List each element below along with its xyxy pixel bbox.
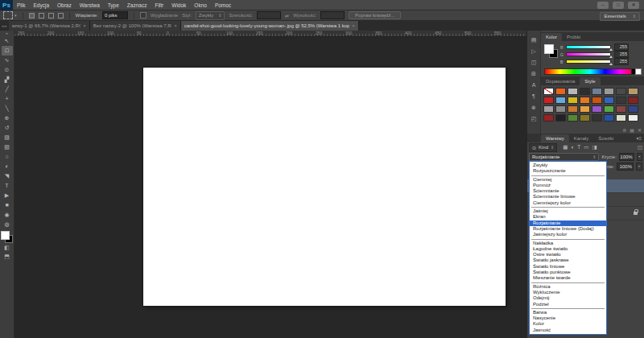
blend-mode-option[interactable]: Wykluczenie <box>530 290 606 295</box>
new-selection-mode-button[interactable] <box>29 13 35 19</box>
info-panel-icon[interactable]: ⊞ <box>531 70 536 77</box>
clone-stamp-tool[interactable]: ⊕ <box>2 113 13 123</box>
document-canvas[interactable] <box>143 68 506 306</box>
tab-scroll-icon[interactable]: «» <box>0 21 9 31</box>
brush-tool[interactable]: ╲ <box>2 104 13 113</box>
color-spectrum-ramp[interactable] <box>544 68 636 75</box>
history-brush-tool[interactable]: ↺ <box>2 123 13 133</box>
gradient-tool[interactable]: ▧ <box>2 142 13 152</box>
color-panel-tab[interactable]: Próbki <box>562 33 585 41</box>
type-filter-icon[interactable]: T <box>577 144 580 150</box>
blend-mode-option[interactable]: Światło jaskrawe <box>530 258 606 263</box>
add-selection-mode-button[interactable] <box>39 13 44 19</box>
width-input[interactable] <box>257 11 281 19</box>
foreground-background-swatches[interactable] <box>1 231 13 243</box>
minimize-button[interactable]: – <box>597 2 609 9</box>
quick-selection-tool[interactable]: ⊙ <box>2 65 13 75</box>
layers-panel-tab[interactable]: Warstwy <box>541 134 569 142</box>
blend-mode-select[interactable]: Rozjaśnianie ⇕ <box>529 153 599 161</box>
close-tab-icon[interactable]: × <box>352 23 355 28</box>
style-swatch[interactable] <box>555 88 566 95</box>
document-tab-2[interactable]: Bez nazwy-2 @ 100% (Warstwa 7,RGB/8) *× <box>90 21 181 31</box>
paragraph-panel-icon[interactable]: ¶ <box>532 93 535 100</box>
workspace-switcher[interactable]: Essentials ⇕ <box>600 12 640 21</box>
foreground-color-swatch[interactable] <box>1 231 10 240</box>
tool-presets-panel-icon[interactable]: ◫ <box>531 59 537 66</box>
style-swatch[interactable] <box>580 105 590 113</box>
hand-tool[interactable]: ◉ <box>2 210 13 220</box>
style-swatch[interactable] <box>555 97 566 104</box>
quick-mask-button[interactable]: ◧ <box>2 243 13 252</box>
move-tool[interactable]: ↖ <box>2 36 13 46</box>
crop-tool[interactable]: ▞ <box>2 75 13 84</box>
style-swatch[interactable] <box>580 114 590 122</box>
style-swatch[interactable] <box>616 105 626 113</box>
style-swatch[interactable] <box>592 114 602 122</box>
blend-mode-option[interactable]: Jasność <box>530 328 606 333</box>
eyedropper-tool[interactable]: ╱ <box>2 84 13 94</box>
blend-mode-option[interactable]: Nasycenie <box>530 315 606 321</box>
blend-mode-option[interactable]: Łagodne światło <box>530 246 606 252</box>
path-selection-tool[interactable]: ▶ <box>2 191 13 200</box>
menu-item-8[interactable]: Widok <box>167 0 190 10</box>
blend-mode-option[interactable]: Rozjaśnianie <box>530 221 606 226</box>
style-swatch[interactable] <box>592 88 602 95</box>
slider-track[interactable] <box>566 45 611 49</box>
new-style-icon[interactable]: ▤ <box>630 127 634 133</box>
intersect-selection-mode-button[interactable] <box>58 13 64 19</box>
white-swatch[interactable] <box>635 68 642 75</box>
style-swatch[interactable] <box>592 105 602 113</box>
style-swatch[interactable] <box>568 105 578 113</box>
delete-style-icon[interactable]: ✕ <box>638 127 642 133</box>
eraser-tool[interactable]: ▨ <box>2 133 13 142</box>
chevron-down-icon[interactable]: ▾ <box>636 163 642 171</box>
panel-menu-icon[interactable]: ▾≡ <box>636 135 642 141</box>
spot-healing-brush-tool[interactable]: + <box>2 94 13 104</box>
blend-mode-option[interactable]: Jaśniej <box>530 208 606 214</box>
style-swatch[interactable] <box>604 105 614 113</box>
close-tab-icon[interactable]: × <box>83 23 86 28</box>
style-select[interactable]: Zwykły ⇕ <box>196 11 225 20</box>
blend-mode-option[interactable]: Odejmij <box>530 295 606 301</box>
style-swatch[interactable] <box>543 88 554 95</box>
collapse-toolbar-icon[interactable]: » <box>6 31 8 36</box>
blur-tool[interactable]: ○ <box>2 152 13 162</box>
menu-item-4[interactable]: Warstwa <box>76 0 104 10</box>
type-tool[interactable]: T <box>2 181 13 191</box>
blend-mode-option[interactable]: Ekran <box>530 214 606 220</box>
style-swatch[interactable] <box>628 105 638 113</box>
style-swatch[interactable] <box>568 114 578 122</box>
filter-switch-icon[interactable]: ◫ <box>638 144 642 150</box>
menu-item-9[interactable]: Okno <box>190 0 211 10</box>
opacity-input[interactable]: 100% <box>619 153 634 161</box>
adjustment-filter-icon[interactable]: ◐ <box>571 144 574 150</box>
slider-marker[interactable] <box>609 56 613 58</box>
blend-mode-option[interactable]: Zwykły <box>530 163 606 168</box>
style-swatch[interactable] <box>543 97 554 104</box>
fill-input[interactable]: 100% <box>617 163 634 171</box>
style-swatch[interactable] <box>568 88 578 95</box>
style-swatch[interactable] <box>568 97 578 104</box>
clear-style-icon[interactable]: ⊘ <box>622 127 626 133</box>
blend-mode-option[interactable]: Jaśniejszy kolor <box>530 232 606 237</box>
menu-item-1[interactable]: Plik <box>13 0 29 10</box>
horizontal-ruler[interactable]: 2502001501005005010015020025030035040045… <box>14 31 526 37</box>
style-swatch[interactable] <box>592 97 602 104</box>
blend-mode-option[interactable]: Kolor <box>530 321 606 327</box>
blend-mode-option[interactable]: Światło liniowe <box>530 264 606 270</box>
document-tab-3[interactable]: candid-shot-good-looking-lovely-young-wo… <box>181 21 359 31</box>
blend-mode-option[interactable]: Rozpuszczanie <box>530 168 606 174</box>
blend-mode-option[interactable]: Podziel <box>530 302 606 307</box>
layers-panel-tab[interactable]: Kanały <box>569 134 593 142</box>
styles-panel-tab[interactable]: Dopasowania <box>541 77 580 85</box>
blend-mode-option[interactable]: Ciemniej <box>530 177 606 183</box>
blend-mode-option[interactable]: Różnica <box>530 284 606 290</box>
clone-source-panel-icon[interactable]: ⊗ <box>531 104 536 111</box>
style-swatch[interactable] <box>555 105 566 113</box>
slider-track[interactable] <box>566 52 611 56</box>
antialias-checkbox[interactable] <box>140 12 147 19</box>
slider-track[interactable] <box>566 60 611 64</box>
shape-tool[interactable]: ■ <box>2 200 13 210</box>
style-swatch[interactable] <box>604 88 614 95</box>
pen-tool[interactable]: ◥ <box>2 171 13 181</box>
